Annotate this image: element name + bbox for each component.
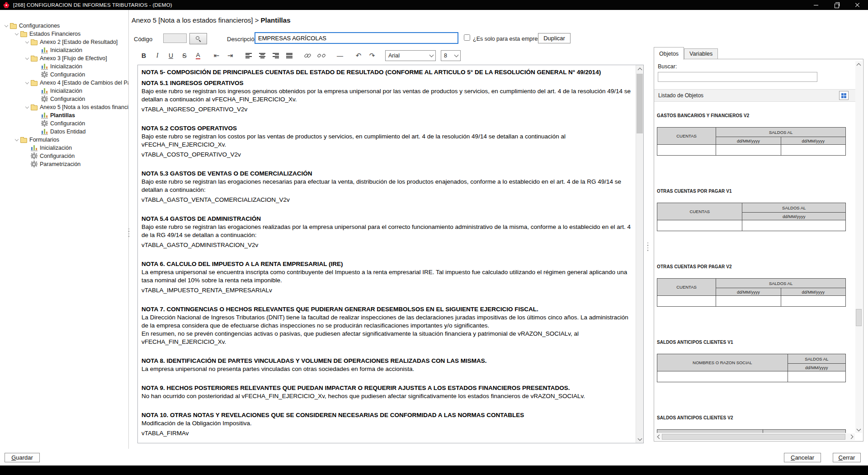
scrollbar-thumb[interactable] bbox=[637, 74, 643, 133]
editor-scrollbar[interactable] bbox=[636, 65, 643, 443]
tree-item-anexo5-configuracion[interactable]: Configuración bbox=[0, 119, 128, 128]
undo-button[interactable]: ↶ bbox=[352, 49, 365, 62]
scroll-down-button[interactable] bbox=[636, 435, 643, 443]
editor-paragraph: La empresa unipersonal se encuentra insc… bbox=[142, 268, 631, 285]
tree-item-anexo4-configuracion[interactable]: Configuración bbox=[0, 95, 128, 103]
editor-variable-line: vTABLA_GASTO_ADMINISTRACION_V2v bbox=[142, 241, 631, 249]
cerrar-button[interactable]: Cerrar bbox=[833, 453, 861, 462]
objects-horizontal-scrollbar[interactable] bbox=[655, 433, 855, 440]
object-preview-table: NOMBRES O RAZON SOCIALSALDOS AL bbox=[657, 429, 846, 433]
scroll-right-button[interactable] bbox=[848, 433, 855, 440]
descripcion-input[interactable] bbox=[255, 32, 458, 44]
tree-item-estados-financieros[interactable]: Estados Financieros bbox=[0, 30, 128, 38]
align-center-icon bbox=[259, 53, 265, 59]
editor-heading: NOTA 8. IDENTIFICACIÓN DE PARTES VINCULA… bbox=[142, 357, 631, 365]
tree-leaf-spacer bbox=[24, 153, 30, 159]
horizontal-rule-button[interactable]: — bbox=[334, 49, 346, 62]
titlebar[interactable]: [268] CONFIGURACION DE INFORMES TRIBUTAR… bbox=[0, 0, 868, 10]
tree-item-anexo5-plantillas[interactable]: Plantillas bbox=[0, 111, 128, 119]
cancelar-button[interactable]: Cancelar bbox=[784, 453, 821, 462]
tree-item-formularios-parametrizacion[interactable]: Parametrización bbox=[0, 160, 128, 168]
editor-paragraph: Modificación de la Obligación Impositiva… bbox=[142, 419, 631, 428]
tree-item-anexo2-inicializacion[interactable]: Inicialización bbox=[0, 46, 128, 54]
sidebar-splitter[interactable] bbox=[127, 228, 131, 238]
chevron-down-icon[interactable] bbox=[24, 80, 30, 86]
taskbar-strip bbox=[0, 466, 868, 475]
tree-item-anexo4[interactable]: Anexo 4 [Estado de Cambios del Pa bbox=[0, 79, 128, 87]
tree-item-anexo4-inicializacion[interactable]: Inicialización bbox=[0, 87, 128, 95]
tree-item-anexo5[interactable]: Anexo 5 [Nota a los estados financie bbox=[0, 103, 128, 111]
align-right-button[interactable] bbox=[269, 49, 282, 62]
bold-button[interactable]: B bbox=[137, 49, 150, 62]
object-list-item[interactable]: OTRAS CUENTAS POR PAGAR V1CUENTASSALDOS … bbox=[657, 189, 849, 231]
editor-heading: NOTA 9. HECHOS POSTERIORES RELEVANTES QU… bbox=[142, 384, 631, 392]
text-color-icon: A bbox=[196, 52, 200, 59]
tree-item-formularios-configuracion[interactable]: Configuración bbox=[0, 152, 128, 160]
object-list-item[interactable]: SALDOS ANTICIPOS CLIENTES V1NOMBRES O RA… bbox=[657, 340, 849, 382]
editor-heading: NOTA 6. CALCULO DEL IMPUESTO A LA RENTA … bbox=[142, 260, 631, 268]
text-color-button[interactable]: A bbox=[192, 49, 204, 62]
editor-blank-line bbox=[142, 159, 631, 167]
tree-item-anexo3-configuracion[interactable]: Configuración bbox=[0, 71, 128, 79]
strikethrough-button[interactable]: S bbox=[178, 49, 191, 62]
duplicar-button[interactable]: Duplicar bbox=[538, 33, 571, 43]
search-icon bbox=[195, 36, 201, 42]
scroll-up-button[interactable] bbox=[855, 61, 862, 68]
tab-variables[interactable]: Variables bbox=[684, 48, 718, 59]
object-list-item[interactable]: SALDOS ANTICIPOS CLIENTES V2NOMBRES O RA… bbox=[657, 415, 849, 433]
object-list-item[interactable]: GASTOS BANCARIOS Y FINANCIEROS V2CUENTAS… bbox=[657, 113, 849, 156]
underline-button[interactable]: U bbox=[165, 49, 177, 62]
panel-splitter[interactable] bbox=[646, 242, 650, 252]
redo-icon: ↷ bbox=[369, 52, 375, 60]
codigo-input[interactable] bbox=[163, 33, 187, 43]
minimize-button[interactable] bbox=[806, 0, 826, 10]
solo-empresa-checkbox[interactable] bbox=[464, 34, 470, 41]
align-left-button[interactable] bbox=[242, 49, 255, 62]
tree-item-anexo5-datos-entidad[interactable]: Datos Entidad bbox=[0, 128, 128, 136]
grid-view-button[interactable] bbox=[839, 91, 849, 100]
chevron-down-icon[interactable] bbox=[4, 23, 9, 28]
tree-item-configuraciones[interactable]: Configuraciones bbox=[0, 22, 128, 30]
editor-paragraph: La empresa unipersonal no presenta parte… bbox=[142, 365, 631, 373]
align-justify-icon bbox=[286, 53, 292, 59]
tree-item-anexo3[interactable]: Anexo 3 [Flujo de Efectivo] bbox=[0, 54, 128, 62]
tab-objetos[interactable]: Objetos bbox=[654, 47, 684, 60]
outdent-button[interactable]: ⇤ bbox=[210, 49, 223, 62]
scroll-left-button[interactable] bbox=[655, 433, 662, 440]
scroll-down-button[interactable] bbox=[855, 426, 862, 433]
indent-button[interactable]: ⇥ bbox=[224, 49, 236, 62]
maximize-button[interactable] bbox=[826, 0, 847, 10]
tree-item-formularios-inicializacion[interactable]: Inicialización bbox=[0, 144, 128, 152]
tree-item-formularios[interactable]: Formularios bbox=[0, 136, 128, 144]
tree-item-anexo3-inicializacion[interactable]: Inicialización bbox=[0, 62, 128, 71]
chevron-down-icon[interactable] bbox=[14, 137, 19, 142]
object-list-item[interactable]: OTRAS CUENTAS POR PAGAR V2CUENTASSALDOS … bbox=[657, 264, 849, 307]
editor-blank-line bbox=[142, 204, 631, 212]
guardar-button[interactable]: Guardar bbox=[5, 453, 40, 462]
insert-link-button[interactable] bbox=[302, 49, 314, 62]
objects-vertical-scrollbar[interactable] bbox=[855, 61, 862, 433]
buscar-input[interactable] bbox=[658, 72, 817, 82]
chevron-down-icon[interactable] bbox=[24, 56, 30, 61]
search-codigo-button[interactable] bbox=[189, 33, 207, 44]
scrollbar-thumb[interactable] bbox=[662, 434, 845, 440]
editor-paragraph: La Dirección Nacional de Ingresos Tribut… bbox=[142, 314, 631, 330]
editor-content[interactable]: NOTA 5- COMPOSICIÓN DE PRINCIPALES CUENT… bbox=[138, 65, 636, 443]
scrollbar-thumb[interactable] bbox=[856, 309, 862, 326]
font-size-select[interactable]: 8 bbox=[441, 50, 461, 61]
chevron-down-icon[interactable] bbox=[24, 104, 30, 110]
font-family-select[interactable]: Arial bbox=[385, 50, 436, 61]
remove-link-button[interactable] bbox=[315, 49, 328, 62]
redo-button[interactable]: ↷ bbox=[366, 49, 378, 62]
italic-button[interactable]: I bbox=[151, 49, 164, 62]
chevron-down-icon[interactable] bbox=[14, 31, 19, 37]
scroll-up-button[interactable] bbox=[636, 65, 643, 73]
gear-icon bbox=[31, 153, 38, 159]
align-justify-button[interactable] bbox=[283, 49, 296, 62]
object-preview-table: CUENTASSALDOS ALdd/MM/yyyy bbox=[657, 203, 846, 231]
tree-item-anexo2[interactable]: Anexo 2 [Estado de Resultado] bbox=[0, 38, 128, 46]
chevron-down-icon[interactable] bbox=[24, 39, 30, 45]
breadcrumb-path: Anexo 5 [Nota a los estados financieros] bbox=[132, 16, 253, 24]
close-button[interactable] bbox=[847, 0, 868, 10]
align-center-button[interactable] bbox=[256, 49, 269, 62]
